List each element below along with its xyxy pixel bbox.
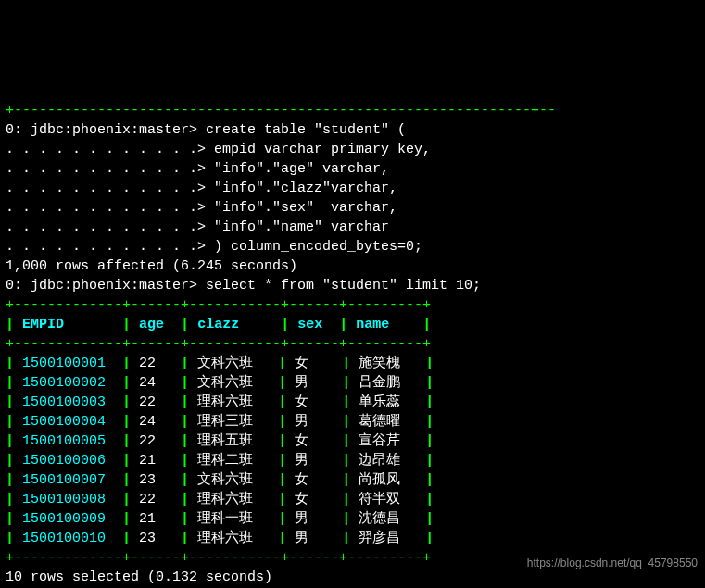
cont-line: . . . . . . . . . . . .> ) column_encode… [6, 239, 422, 255]
table-row: | 1500100006 | 21 | 理科二班 | 男 | 边昂雄 | [6, 453, 434, 469]
rows-affected: 1,000 rows affected (6.245 seconds) [6, 258, 297, 274]
rows-selected: 10 rows selected (0.132 seconds) [6, 569, 272, 585]
cont-line: . . . . . . . . . . . .> "info"."age" va… [6, 161, 389, 177]
table-border: +-------------+------+-----------+------… [6, 297, 431, 313]
table-row: | 1500100002 | 24 | 文科六班 | 男 | 吕金鹏 | [6, 375, 434, 391]
table-row: | 1500100004 | 24 | 理科三班 | 男 | 葛德曜 | [6, 414, 434, 430]
prompt-line: 0: jdbc:phoenix:master> select * from "s… [6, 278, 481, 294]
table-row: | 1500100003 | 22 | 理科六班 | 女 | 单乐蕊 | [6, 394, 434, 410]
terminal-output: +---------------------------------------… [6, 81, 699, 588]
table-row: | 1500100007 | 23 | 文科六班 | 女 | 尚孤风 | [6, 472, 434, 488]
table-row: | 1500100001 | 22 | 文科六班 | 女 | 施笑槐 | [6, 356, 434, 371]
table-row: | 1500100009 | 21 | 理科一班 | 男 | 沈德昌 | [6, 511, 434, 527]
top-divider: +---------------------------------------… [6, 103, 556, 119]
cont-line: . . . . . . . . . . . .> empid varchar p… [6, 142, 431, 157]
cont-line: . . . . . . . . . . . .> "info"."name" v… [6, 219, 389, 235]
table-row: | 1500100005 | 22 | 理科五班 | 女 | 宣谷芹 | [6, 433, 434, 449]
prompt-line: 0: jdbc:phoenix:master> create table "st… [6, 122, 406, 138]
cont-line: . . . . . . . . . . . .> "info"."sex" va… [6, 200, 397, 216]
table-row: | 1500100010 | 23 | 理科六班 | 男 | 羿彦昌 | [6, 531, 434, 546]
watermark: https://blog.csdn.net/qq_45798550 [527, 556, 698, 571]
table-border: +-------------+------+-----------+------… [6, 336, 431, 352]
cont-line: . . . . . . . . . . . .> "info"."clazz"v… [6, 181, 397, 196]
table-header: | EMPID | age | clazz | sex | name | [6, 317, 431, 332]
table-border: +-------------+------+-----------+------… [6, 550, 431, 566]
table-row: | 1500100008 | 22 | 理科六班 | 女 | 符半双 | [6, 492, 434, 507]
table-body: | 1500100001 | 22 | 文科六班 | 女 | 施笑槐 | | 1… [6, 354, 699, 548]
